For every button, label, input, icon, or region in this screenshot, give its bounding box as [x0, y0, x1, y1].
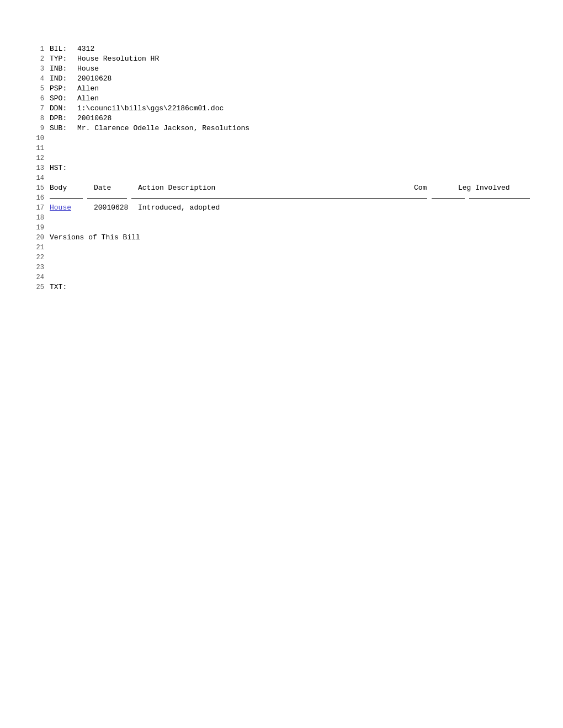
line-number: 10	[33, 133, 44, 143]
field-value: 1:\council\bills\ggs\22186cm01.doc	[77, 104, 530, 114]
field-value: 4312	[77, 44, 530, 54]
line-number: 3	[33, 64, 44, 74]
line-1: 1BIL:4312	[33, 44, 530, 54]
col-body-header: Body	[50, 183, 94, 193]
line-7: 7DDN:1:\council\bills\ggs\22186cm01.doc	[33, 104, 530, 114]
col-date-value: 20010628	[94, 203, 138, 213]
col-leg-header: Leg Involved	[458, 183, 530, 193]
line-14: 14	[33, 173, 530, 183]
line-number: 7	[33, 104, 44, 114]
line-8: 8DPB:20010628	[33, 114, 530, 124]
col-date-header: Date	[94, 183, 138, 193]
line-number: 1	[33, 44, 44, 54]
blank-line-21: 21	[33, 243, 530, 253]
line-number: 24	[33, 272, 44, 282]
line-number: 20	[33, 233, 44, 243]
hist-header-line: 15 Body Date Action Description Com Leg …	[33, 183, 530, 193]
field-value: 20010628	[77, 74, 530, 84]
field-value: Allen	[77, 84, 530, 94]
field-value: House Resolution HR	[77, 54, 530, 64]
underline-date	[87, 198, 127, 199]
col-com-value	[414, 203, 458, 213]
line-number: 8	[33, 114, 44, 124]
versions-label: Versions of This Bill	[50, 233, 140, 243]
line-number: 2	[33, 54, 44, 64]
versions-line: 20 Versions of This Bill	[33, 233, 530, 243]
line-2: 2TYP:House Resolution HR	[33, 54, 530, 64]
blank-line-22: 22	[33, 253, 530, 263]
hist-underline-line: 16	[33, 193, 530, 203]
col-body-value[interactable]: House	[50, 203, 94, 213]
underline-action	[131, 198, 427, 199]
field-label: IND:	[50, 74, 77, 84]
underline-com	[432, 198, 465, 199]
col-com-header: Com	[414, 183, 458, 193]
line-10: 10	[33, 133, 530, 143]
col-action-header: Action Description	[138, 183, 414, 193]
line-number: 18	[33, 213, 44, 223]
line-number: 5	[33, 84, 44, 94]
line-number: 22	[33, 253, 44, 263]
line-number: 21	[33, 243, 44, 253]
blank-line-23: 23	[33, 263, 530, 272]
line-5: 5PSP:Allen	[33, 84, 530, 94]
line-3: 3INB:House	[33, 64, 530, 74]
line-number: 9	[33, 124, 44, 133]
underline-body	[50, 198, 83, 199]
line-number: 19	[33, 223, 44, 233]
line-4: 4IND:20010628	[33, 74, 530, 84]
field-label: SPO:	[50, 94, 77, 104]
field-label: HST:	[50, 163, 77, 173]
field-label: PSP:	[50, 84, 77, 94]
txt-line: 25 TXT:	[33, 282, 530, 292]
line-number: 17	[33, 203, 44, 213]
line-11: 11	[33, 143, 530, 153]
house-link[interactable]: House	[50, 204, 71, 212]
field-label: DPB:	[50, 114, 77, 124]
hist-data-row: 17 House 20010628 Introduced, adopted	[33, 203, 530, 213]
field-value: House	[77, 64, 530, 74]
underline-leg	[469, 198, 530, 199]
col-leg-value	[458, 203, 530, 213]
line-number: 6	[33, 94, 44, 104]
line-12: 12	[33, 153, 530, 163]
line-number: 25	[33, 282, 44, 292]
line-number: 23	[33, 263, 44, 272]
line-13: 13HST:	[33, 163, 530, 173]
field-label: INB:	[50, 64, 77, 74]
col-action-value: Introduced, adopted	[138, 203, 414, 213]
line-number: 4	[33, 74, 44, 84]
field-value: 20010628	[77, 114, 530, 124]
field-label: DDN:	[50, 104, 77, 114]
line-number: 15	[33, 183, 44, 193]
line-6: 6SPO:Allen	[33, 94, 530, 104]
line-number: 16	[33, 193, 44, 203]
line-number: 11	[33, 143, 44, 153]
blank-line-19: 19	[33, 223, 530, 233]
field-label: BIL:	[50, 44, 77, 54]
field-value: Allen	[77, 94, 530, 104]
line-number: 14	[33, 173, 44, 183]
field-label: SUB:	[50, 124, 77, 133]
field-value	[77, 163, 530, 173]
line-number: 12	[33, 153, 44, 163]
blank-line-18: 18	[33, 213, 530, 223]
blank-line-24: 24	[33, 272, 530, 282]
line-number: 13	[33, 163, 44, 173]
txt-label: TXT:	[50, 282, 77, 292]
field-label: TYP:	[50, 54, 77, 64]
line-9: 9SUB:Mr. Clarence Odelle Jackson, Resolu…	[33, 124, 530, 133]
field-value: Mr. Clarence Odelle Jackson, Resolutions	[77, 124, 530, 133]
